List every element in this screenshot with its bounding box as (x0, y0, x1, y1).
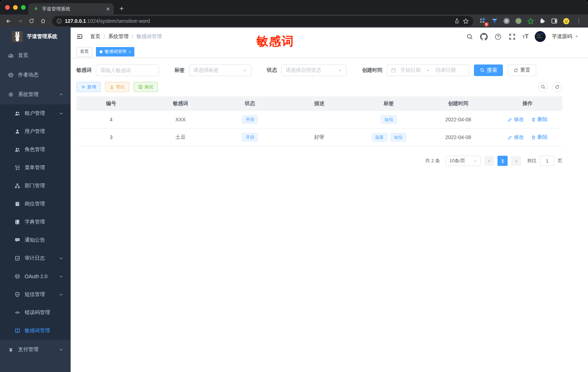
edit-link[interactable]: 修改 (508, 116, 524, 123)
cell-word: XXX (146, 117, 215, 122)
sidebar-item-审计日志[interactable]: 审计日志 (0, 249, 71, 267)
sidebar-item-短信管理[interactable]: 短信管理 (0, 285, 71, 304)
browser-toolbar: 127.0.0.1:1024/system/sensitive-word 9 ⌘ (0, 14, 588, 28)
page-size-select[interactable]: 10条/页 (446, 156, 481, 166)
status-badge: 开启 (242, 133, 258, 142)
extension-badge: 9 (484, 22, 488, 26)
breadcrumb-home[interactable]: 首页 (90, 33, 100, 40)
new-tab-button[interactable]: + (119, 5, 124, 12)
user-menu[interactable]: 芋道源码 (552, 33, 579, 40)
sidebar-item-作者动态[interactable]: 作者动态 (0, 65, 71, 85)
zoom-window-button[interactable] (21, 5, 26, 10)
forward-button[interactable] (15, 16, 25, 26)
column-header: 编号 (76, 100, 146, 107)
sidebar-item-字典管理[interactable]: 字典管理 (0, 213, 71, 231)
record-extension-icon[interactable] (515, 17, 522, 25)
show-search-toggle-button[interactable] (538, 82, 548, 92)
sidebar-item-菜单管理[interactable]: 菜单管理 (0, 159, 71, 177)
cell-actions: 修改删除 (493, 134, 562, 141)
collapse-sidebar-icon[interactable] (76, 33, 84, 41)
breadcrumb-system[interactable]: 系统管理 (108, 33, 129, 40)
table-header: 编号敏感词状态描述标签创建时间操作 (76, 96, 562, 111)
github-icon[interactable] (480, 33, 488, 41)
green-star-extension-icon[interactable] (527, 17, 534, 25)
trash-icon (531, 135, 536, 140)
help-icon[interactable] (494, 33, 502, 41)
funnel-extension-icon[interactable] (491, 17, 498, 25)
chevron-down-icon (243, 68, 247, 72)
cell-status: 开启 (215, 133, 285, 142)
edit-pen-icon (508, 117, 512, 122)
cell-desc: 好呀 (285, 134, 354, 141)
sidebar-item-系统管理[interactable]: 系统管理 (0, 85, 71, 104)
sidebar-item-岗位管理[interactable]: 岗位管理 (0, 195, 71, 213)
browser-tabstrip: 芋道管理系统 ✕ + (0, 0, 588, 14)
puzzle-extensions-icon[interactable] (539, 17, 546, 25)
bookmark-star-icon[interactable] (463, 18, 469, 24)
add-button[interactable]: 新增 (76, 82, 101, 92)
oauth-icon (14, 273, 20, 279)
side-panel-icon[interactable] (551, 17, 558, 25)
tag-tab-home[interactable]: 首页 (76, 47, 92, 57)
sidebar-item-用户管理[interactable]: 用户管理 (0, 122, 71, 141)
delete-link[interactable]: 删除 (531, 134, 547, 141)
page-number-1[interactable]: 1 (497, 156, 508, 166)
trash-icon (531, 117, 536, 122)
search-icon[interactable] (466, 33, 474, 41)
grid-diamond-extension-icon[interactable]: 9 (479, 17, 486, 25)
prev-page-button[interactable] (484, 156, 494, 166)
close-window-button[interactable] (5, 5, 10, 10)
sidebar-item-通知公告[interactable]: 通知公告 (0, 231, 71, 249)
next-page-button[interactable] (511, 156, 521, 166)
tab-close-icon[interactable]: × (129, 50, 131, 54)
sidebar-logo[interactable]: 芋道管理系统 (0, 28, 71, 46)
fullscreen-icon[interactable] (508, 33, 516, 41)
sidebar-item-敏感词管理[interactable]: 敏感词管理 (0, 322, 71, 340)
keyword-input[interactable] (100, 67, 155, 73)
date-range-picker[interactable]: 开始日期 - 结束日期 (387, 64, 469, 76)
edit-link[interactable]: 修改 (508, 134, 524, 141)
font-size-icon[interactable]: TT (522, 33, 529, 40)
sidebar-item-OAuth-2.0[interactable]: OAuth 2.0 (0, 267, 71, 285)
cell-created: 2022-04-08 (424, 117, 493, 122)
app-header: 首页 / 系统管理 / 敏感词管理 (71, 28, 588, 46)
browser-menu-icon[interactable]: ⋮ (575, 18, 583, 24)
browser-tab[interactable]: 芋道管理系统 ✕ (28, 3, 114, 14)
reload-button[interactable] (27, 16, 36, 26)
site-info-icon[interactable] (56, 18, 62, 24)
favicon-leaf-icon (33, 6, 39, 12)
tag-select[interactable]: 请选择标签 (189, 64, 251, 76)
url-bar[interactable]: 127.0.0.1:1024/system/sensitive-word (52, 16, 473, 26)
sidebar-item-首页[interactable]: 首页 (0, 46, 71, 65)
sidebar-item-label: 审计日志 (25, 255, 59, 262)
app-title: 芋道管理系统 (27, 33, 57, 40)
sidebar-item-角色管理[interactable]: 角色管理 (0, 141, 71, 159)
sidebar-item-错误码管理[interactable]: </>错误码管理 (0, 304, 71, 322)
delete-link[interactable]: 删除 (531, 116, 547, 123)
tag-tab-sensitive-word[interactable]: 敏感词管理 × (96, 47, 134, 57)
sidebar-item-label: 作者动态 (18, 72, 71, 78)
home-button[interactable] (38, 16, 48, 26)
goto-page-input[interactable] (540, 156, 554, 166)
test-button[interactable]: 测试 (134, 82, 158, 92)
sidebar-item-label: 部门管理 (25, 183, 71, 189)
share-icon[interactable] (454, 18, 460, 24)
status-select[interactable]: 请选择启用状态 (281, 64, 346, 76)
sidebar-item-label: 首页 (18, 52, 71, 59)
profile-avatar-emoji[interactable] (563, 17, 570, 25)
minimize-window-button[interactable] (13, 5, 18, 10)
back-button[interactable] (4, 16, 13, 26)
refresh-table-button[interactable] (552, 82, 562, 92)
chevron-up-icon (59, 92, 63, 97)
dashboard-icon (8, 53, 14, 58)
export-button[interactable]: 导出 (105, 82, 129, 92)
reset-button[interactable]: 重置 (508, 64, 536, 76)
tag-badge: 短信 (390, 133, 406, 142)
sidebar-item-部门管理[interactable]: 部门管理 (0, 177, 71, 195)
sidebar-item-支付管理[interactable]: ¥支付管理 (0, 340, 71, 359)
command-extension-icon[interactable]: ⌘ (503, 17, 510, 25)
sidebar-item-租户管理[interactable]: 租户管理 (0, 104, 71, 122)
tab-close-icon[interactable]: ✕ (106, 6, 110, 12)
user-avatar[interactable] (535, 31, 546, 42)
search-button[interactable]: 搜索 (474, 64, 503, 76)
